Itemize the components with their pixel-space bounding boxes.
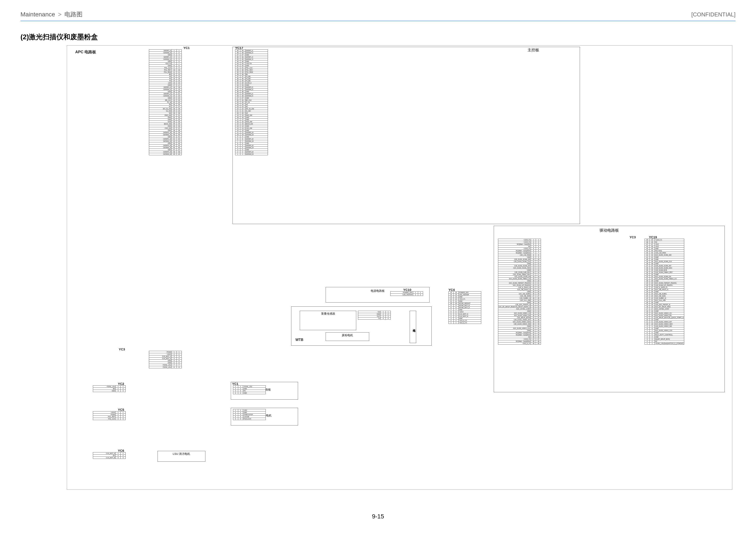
- waste-motor-box: 废粉电机: [326, 332, 369, 341]
- drive-yc19-label: YC19: [649, 235, 657, 239]
- weight-sensor-pins: +3V11GND22OUT33TH44: [358, 311, 391, 320]
- header-divider: [20, 21, 736, 21]
- page-number: 9-15: [0, 513, 756, 520]
- section-title: (2)激光扫描仪和废墨粉盒: [20, 32, 98, 42]
- lsu-motor-box: LSU 清洁电机: [157, 451, 205, 462]
- yc6-label: YC6: [118, 449, 124, 452]
- drive-yc3-label: YC3: [630, 235, 636, 239]
- drive-board-label: 驱动电路板: [494, 227, 724, 233]
- apc-yc1-pins: DATAP2_K11DATAN2_K22GND33DATAP1_K44DATAN…: [149, 49, 182, 155]
- main-board-label: 主控板: [487, 47, 580, 53]
- yc6-lsu-pins: CLN_MOT_A11NC22CLN_MOT_B33: [93, 452, 126, 459]
- lsu-motor-label: LSU 清洁电机: [173, 452, 190, 455]
- yc4-label: YC4: [448, 288, 455, 292]
- yc10-label: YC10: [403, 288, 411, 292]
- yc3-left-pins: PGND11+24V322CLN_MOT_S33CLN_MOT_A44GND55…: [149, 351, 182, 368]
- pd-yc2-label: YC2: [118, 382, 124, 385]
- breadcrumb-leaf: 电路图: [65, 11, 83, 18]
- yc17-label: YC17: [235, 46, 243, 50]
- drive-yc19-pins: 4949+12V2_F14848NC4747+3V24646+3V24545GN…: [645, 239, 684, 345]
- drive-yc3-pins: +12V2_F111+12V2_F122NC(Main→Sub)SH133NC4…: [498, 239, 541, 345]
- main-yc17-pins: 4949DATAP2_K4848DATAN2_K4747GND4646DATAP…: [235, 49, 268, 155]
- apc-board-label: APC 电路板: [75, 49, 96, 55]
- confidential-mark: [CONFIDENTIAL]: [691, 11, 736, 18]
- weight-sensor-box: 重量传感器: [300, 311, 356, 330]
- yc10-relay-pins: POWER_OFF11CAS_HEATER22: [390, 291, 423, 296]
- pd-yc1-label: YC1: [232, 382, 238, 385]
- yc1-label: YC1: [183, 46, 190, 50]
- pd-yc2-left-pins: +5V4IL_LSU11BD22GND33: [93, 385, 126, 392]
- polygon-yc5-left-pins: +24V411PGND22POL_RDY33POL_CLK44: [93, 411, 126, 420]
- main-board-box: 主控板: [232, 47, 580, 224]
- breadcrumb-root: Maintenance: [20, 11, 55, 18]
- polygon-yc5-label: YC5: [118, 408, 124, 411]
- relay2-box: 继电器: [410, 311, 416, 343]
- breadcrumb-sep: >: [58, 11, 62, 18]
- wtb-label: WTB: [295, 338, 303, 342]
- weight-sensor-label: 重量传感器: [321, 312, 335, 315]
- yc4-right-pins: 1515POWER_OFF1414CAS_HEATER1313GND1212+3…: [448, 291, 481, 324]
- pd-yc1-right-pins: 11+5V4IL_LSU22GND33PD44GND: [233, 385, 266, 394]
- breadcrumb: Maintenance > 电路图: [20, 10, 83, 18]
- waste-motor-label: 废粉电机: [342, 334, 353, 337]
- wiring-diagram: APC 电路板 主控板 驱动电路板 YC1 DATAP2_K11DATAN2_K…: [67, 45, 732, 490]
- yc3-left-label: YC3: [119, 348, 125, 351]
- polygon-right-pins: 11+24V22GND33START/STOP44LOCK/B55FG/CLOC…: [233, 409, 266, 420]
